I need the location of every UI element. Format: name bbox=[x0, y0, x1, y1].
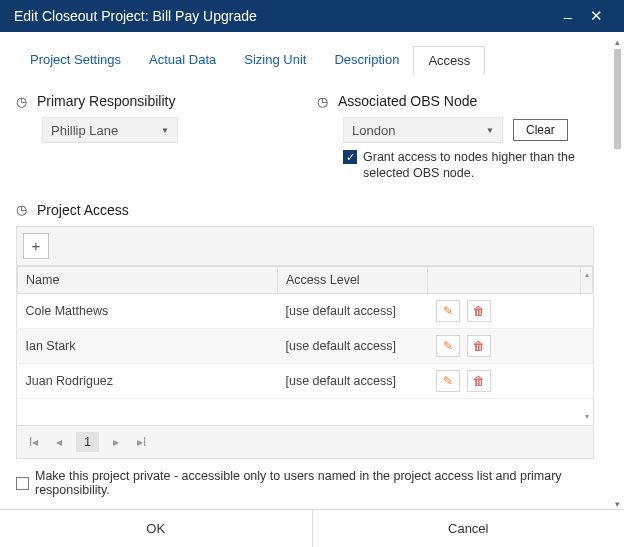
tab-bar: Project Settings Actual Data Sizing Unit… bbox=[16, 46, 594, 75]
scroll-down-icon: ▾ bbox=[615, 500, 620, 509]
cell-actions: ✎ 🗑 bbox=[428, 328, 581, 363]
associated-obs-heading: Associated OBS Node bbox=[338, 93, 477, 109]
cancel-button[interactable]: Cancel bbox=[313, 510, 625, 547]
scroll-thumb[interactable] bbox=[614, 49, 621, 149]
ok-button[interactable]: OK bbox=[0, 510, 313, 547]
pencil-icon: ✎ bbox=[443, 339, 453, 353]
project-access-table: + Name Access Level Cole Matthews [use d bbox=[16, 226, 594, 460]
grant-access-label: Grant access to nodes higher than the se… bbox=[363, 149, 583, 182]
associated-obs-value: London bbox=[352, 123, 395, 138]
edit-button[interactable]: ✎ bbox=[436, 370, 460, 392]
tab-access[interactable]: Access bbox=[413, 46, 485, 75]
primary-responsibility-value: Phillip Lane bbox=[51, 123, 118, 138]
primary-responsibility-heading: Primary Responsibility bbox=[37, 93, 175, 109]
globe-icon: ◷ bbox=[317, 94, 328, 109]
pager: I◂ ◂ 1 ▸ ▸I bbox=[17, 425, 593, 458]
col-name[interactable]: Name bbox=[18, 266, 278, 293]
pager-last[interactable]: ▸I bbox=[133, 435, 150, 449]
trash-icon: 🗑 bbox=[473, 339, 485, 353]
close-button[interactable]: ✕ bbox=[582, 7, 610, 25]
table-row[interactable]: Cole Matthews [use default access] ✎ 🗑 bbox=[18, 293, 593, 328]
minimize-button[interactable]: – bbox=[554, 8, 582, 25]
table-toolbar: + bbox=[17, 227, 593, 266]
scroll-up-icon: ▴ bbox=[583, 270, 591, 279]
pager-prev[interactable]: ◂ bbox=[52, 435, 66, 449]
table-row[interactable]: Juan Rodriguez [use default access] ✎ 🗑 bbox=[18, 363, 593, 398]
add-row-button[interactable]: + bbox=[23, 233, 49, 259]
col-level[interactable]: Access Level bbox=[278, 266, 428, 293]
primary-responsibility-select[interactable]: Phillip Lane ▼ bbox=[42, 117, 178, 143]
pager-current: 1 bbox=[76, 432, 99, 452]
title-bar: Edit Closeout Project: Bill Pay Upgrade … bbox=[0, 0, 624, 32]
cell-actions: ✎ 🗑 bbox=[428, 293, 581, 328]
trash-icon: 🗑 bbox=[473, 304, 485, 318]
pencil-icon: ✎ bbox=[443, 374, 453, 388]
globe-icon: ◷ bbox=[16, 94, 27, 109]
make-private-label: Make this project private - accessible o… bbox=[35, 469, 594, 497]
grant-access-checkbox[interactable]: ✓ bbox=[343, 150, 357, 164]
cell-name: Juan Rodriguez bbox=[18, 363, 278, 398]
make-private-checkbox[interactable] bbox=[16, 477, 29, 490]
cell-name: Ian Stark bbox=[18, 328, 278, 363]
tab-actual-data[interactable]: Actual Data bbox=[135, 46, 230, 75]
chevron-down-icon: ▼ bbox=[486, 126, 494, 135]
tab-sizing-unit[interactable]: Sizing Unit bbox=[230, 46, 320, 75]
pencil-icon: ✎ bbox=[443, 304, 453, 318]
delete-button[interactable]: 🗑 bbox=[467, 335, 491, 357]
dialog-footer: OK Cancel bbox=[0, 509, 624, 547]
clear-button[interactable]: Clear bbox=[513, 119, 568, 141]
scroll-down-icon: ▾ bbox=[583, 412, 591, 421]
table-scrollbar[interactable]: ▴ ▾ bbox=[583, 270, 591, 422]
edit-button[interactable]: ✎ bbox=[436, 335, 460, 357]
associated-obs-select[interactable]: London ▼ bbox=[343, 117, 503, 143]
window-title: Edit Closeout Project: Bill Pay Upgrade bbox=[14, 8, 554, 24]
cell-name: Cole Matthews bbox=[18, 293, 278, 328]
cell-level: [use default access] bbox=[278, 293, 428, 328]
col-actions bbox=[428, 266, 581, 293]
delete-button[interactable]: 🗑 bbox=[467, 300, 491, 322]
globe-icon: ◷ bbox=[16, 202, 27, 217]
cell-actions: ✎ 🗑 bbox=[428, 363, 581, 398]
cell-level: [use default access] bbox=[278, 328, 428, 363]
tab-project-settings[interactable]: Project Settings bbox=[16, 46, 135, 75]
scroll-up-icon: ▴ bbox=[615, 38, 620, 47]
table-row[interactable]: Ian Stark [use default access] ✎ 🗑 bbox=[18, 328, 593, 363]
trash-icon: 🗑 bbox=[473, 374, 485, 388]
edit-button[interactable]: ✎ bbox=[436, 300, 460, 322]
window-scrollbar[interactable]: ▴ ▾ bbox=[610, 32, 624, 509]
delete-button[interactable]: 🗑 bbox=[467, 370, 491, 392]
project-access-heading: Project Access bbox=[37, 202, 129, 218]
cell-level: [use default access] bbox=[278, 363, 428, 398]
chevron-down-icon: ▼ bbox=[161, 126, 169, 135]
pager-first[interactable]: I◂ bbox=[25, 435, 42, 449]
tab-description[interactable]: Description bbox=[320, 46, 413, 75]
pager-next[interactable]: ▸ bbox=[109, 435, 123, 449]
